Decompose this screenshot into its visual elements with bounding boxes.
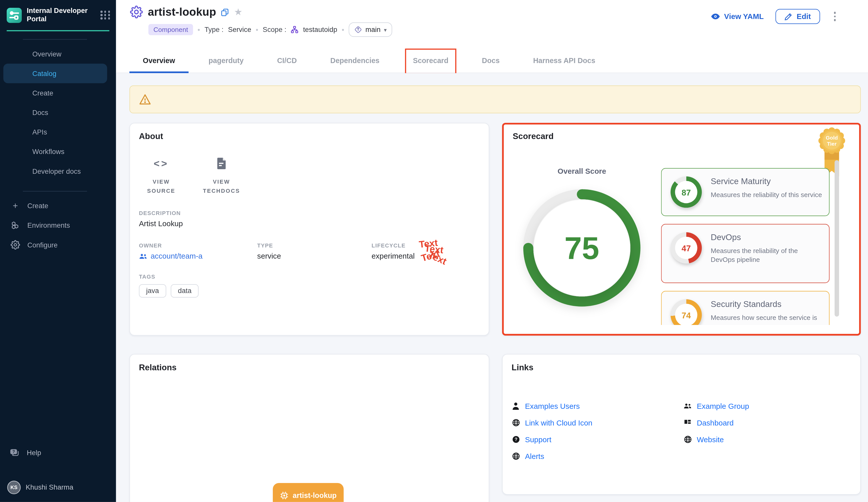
check-card-devops[interactable]: 47 DevOps Measures the reliability of th… (661, 224, 829, 283)
harness-idp-logo-icon (7, 8, 22, 23)
sidebar-item-catalog[interactable]: Catalog (3, 63, 107, 83)
tab-docs[interactable]: Docs (468, 48, 513, 73)
check-ring: 87 (671, 177, 702, 208)
about-card: About <> VIEWSOURCE VIEWTECHDOCS DESCRIP… (129, 123, 489, 335)
relations-node-label: artist-lookup (293, 491, 337, 500)
link-website[interactable]: Website (683, 434, 851, 444)
tab-scorecard[interactable]: Scorecard (400, 48, 462, 73)
help-button[interactable]: ? Help (0, 443, 116, 463)
globe-icon (512, 419, 520, 427)
entity-tabs: Overview pagerduty CI/CD Dependencies Sc… (129, 48, 609, 73)
link-alerts[interactable]: Alerts (512, 451, 683, 461)
sidebar-item-label: Create (27, 202, 48, 210)
tag-java[interactable]: java (139, 284, 166, 298)
code-icon: <> (139, 155, 184, 172)
branch-icon (354, 26, 362, 33)
warning-icon (139, 94, 151, 105)
branch-selector[interactable]: main ▾ (349, 22, 392, 37)
chevron-down-icon: ▾ (384, 27, 387, 33)
main-area: artist-lookup ★ Component • Type : Servi… (116, 0, 868, 502)
overview-content: About <> VIEWSOURCE VIEWTECHDOCS DESCRIP… (116, 73, 868, 502)
avatar: KS (7, 481, 21, 494)
tags-label: TAGS (139, 273, 480, 280)
lifecycle-value: experimental (372, 252, 414, 260)
sidebar-nav: Overview Catalog Create Docs APIs Workfl… (0, 44, 116, 181)
sidebar-item-create[interactable]: Create (3, 83, 107, 103)
app-switcher-icon[interactable] (101, 10, 111, 20)
view-yaml-button[interactable]: View YAML (711, 12, 764, 21)
sidebar-item-label: Environments (27, 221, 70, 229)
about-title: About (139, 131, 480, 141)
sidebar-item-apis[interactable]: APIs (3, 122, 107, 142)
link-support[interactable]: ? Support (512, 434, 683, 444)
view-techdocs-button[interactable]: VIEWTECHDOCS (199, 155, 244, 195)
scrollbar[interactable] (835, 160, 839, 317)
check-description: Measures the reliability of this service (711, 190, 823, 199)
type-value: Service (228, 26, 251, 33)
favorite-star-icon[interactable]: ★ (234, 7, 243, 17)
check-ring: 74 (671, 299, 702, 325)
dashboard-icon (683, 419, 692, 427)
type-field-value: service (257, 252, 372, 260)
hexagons-icon (11, 221, 20, 230)
tab-pagerduty[interactable]: pagerduty (195, 48, 257, 73)
page-title: artist-lookup (148, 6, 216, 19)
sidebar-item-create-action[interactable]: + Create (0, 196, 116, 215)
scope-label: Scope : (263, 26, 286, 33)
check-name: DevOps (711, 232, 823, 242)
sidebar-item-docs[interactable]: Docs (3, 103, 107, 122)
scorecard-title: Scorecard (513, 131, 850, 141)
type-label: Type : (205, 26, 224, 33)
eye-icon (711, 13, 720, 20)
question-icon: ? (512, 435, 520, 443)
tab-cicd[interactable]: CI/CD (264, 48, 310, 73)
user-icon (512, 402, 520, 410)
link-link-with-cloud-icon[interactable]: Link with Cloud Icon (512, 418, 683, 428)
help-label: Help (27, 449, 41, 457)
scorecard-checks-list: 87 Service Maturity Measures the reliabi… (661, 166, 829, 325)
link-dashboard[interactable]: Dashboard (683, 418, 851, 428)
svg-text:?: ? (12, 449, 15, 454)
help-chat-icon: ? (9, 448, 20, 458)
app-root: Internal Developer Portal Overview Catal… (0, 0, 868, 502)
check-card-security-standards[interactable]: 74 Security Standards Measures how secur… (661, 291, 829, 325)
link-example-group[interactable]: Example Group (683, 401, 851, 411)
sidebar-item-overview[interactable]: Overview (3, 44, 107, 63)
overall-score-label: Overall Score (523, 167, 641, 175)
tag-data[interactable]: data (170, 284, 199, 298)
links-card: Links Examples Users Example Group Link … (502, 354, 861, 495)
sidebar-item-workflows[interactable]: Workflows (3, 142, 107, 161)
nav-divider (23, 39, 87, 40)
relations-card: Relations artist-lookup (129, 354, 489, 502)
check-card-service-maturity[interactable]: 87 Service Maturity Measures the reliabi… (661, 168, 829, 216)
more-options-icon[interactable] (831, 10, 838, 23)
view-source-button[interactable]: <> VIEWSOURCE (139, 155, 184, 195)
relations-node-artist-lookup[interactable]: artist-lookup (273, 483, 344, 502)
user-menu[interactable]: KS Khushi Sharma (0, 476, 116, 499)
check-name: Service Maturity (711, 177, 823, 186)
tab-dependencies[interactable]: Dependencies (317, 48, 393, 73)
copy-icon[interactable] (221, 8, 229, 16)
badge-line1: Gold (826, 135, 838, 141)
link-examples-users[interactable]: Examples Users (512, 401, 683, 411)
sidebar-item-developer-docs[interactable]: Developer docs (3, 161, 107, 181)
owner-link[interactable]: account/team-a (139, 252, 257, 260)
sidebar-item-label: Configure (27, 241, 58, 249)
sidebar-item-environments[interactable]: Environments (0, 215, 116, 235)
edit-button[interactable]: Edit (775, 9, 820, 24)
tab-overview[interactable]: Overview (129, 48, 188, 73)
kind-chip[interactable]: Component (148, 24, 193, 35)
entity-meta: Component • Type : Service • Scope : tes… (148, 22, 392, 37)
globe-icon (512, 452, 520, 461)
brand-divider (7, 30, 109, 31)
user-name: Khushi Sharma (25, 483, 73, 491)
type-field-label: TYPE (257, 242, 372, 249)
pencil-icon (785, 13, 792, 21)
component-gear-icon (130, 6, 143, 19)
description-label: DESCRIPTION (139, 210, 480, 216)
overall-score-value: 75 (565, 230, 599, 266)
tab-harness-api-docs[interactable]: Harness API Docs (520, 48, 609, 73)
gear-icon (11, 240, 20, 250)
check-description: Measures how secure the service is (711, 313, 823, 322)
sidebar-item-configure[interactable]: Configure (0, 235, 116, 254)
